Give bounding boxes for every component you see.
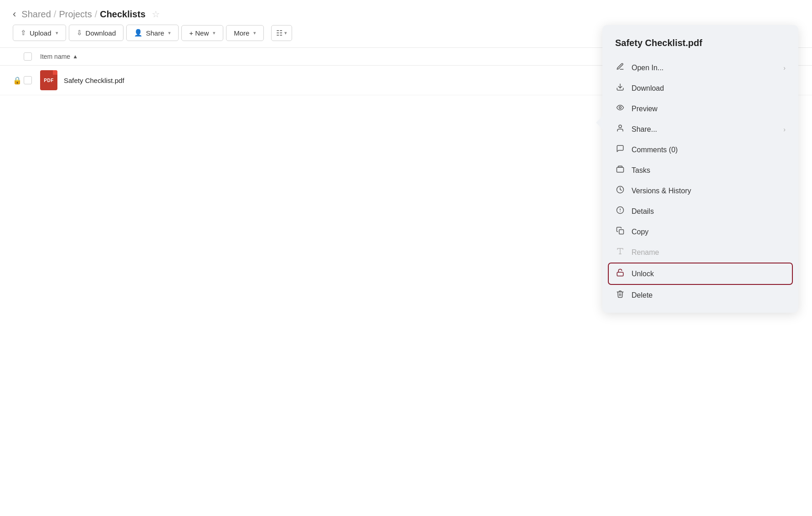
menu-icon-1 [615,83,625,93]
menu-icon-6 [615,186,625,196]
menu-label-11: Delete [632,291,653,299]
chevron-right-icon: › [783,126,786,133]
share-person-icon: 👤 [134,29,143,37]
svg-point-2 [619,125,622,128]
menu-label-3: Share... [632,125,657,134]
context-menu-item-tasks[interactable]: Tasks [602,160,798,181]
more-caret-icon: ▾ [253,30,256,36]
upload-caret-icon: ▾ [56,30,58,36]
menu-icon-10 [615,268,625,279]
breadcrumb-projects[interactable]: Projects [59,9,92,20]
context-panel-callout [596,116,602,129]
new-caret-icon: ▾ [213,30,216,36]
svg-point-1 [619,107,622,109]
context-menu-item-unlock[interactable]: Unlock [609,263,792,284]
context-menu-item-preview[interactable]: Preview [602,98,798,119]
context-menu-item-download[interactable]: Download [602,78,798,98]
lock-icon: 🔒 [13,76,24,85]
menu-icon-8 [615,227,625,237]
context-menu-item-versions--history[interactable]: Versions & History [602,181,798,201]
name-column-header[interactable]: Item name ▲ [40,53,78,60]
menu-label-7: Details [632,207,654,216]
favorite-star-icon[interactable]: ☆ [152,9,160,20]
download-icon: ⇩ [77,29,82,37]
upload-icon: ⇧ [21,29,26,37]
menu-label-4: Comments (0) [632,146,678,154]
context-menu-item-details[interactable]: Details [602,201,798,222]
new-button[interactable]: + New ▾ [181,25,223,41]
context-menu-item-comments-0[interactable]: Comments (0) [602,139,798,160]
menu-icon-3 [615,124,625,134]
more-button[interactable]: More ▾ [226,25,264,41]
view-caret-icon: ▾ [284,30,287,36]
context-menu-item-delete[interactable]: Delete [602,285,798,305]
share-button[interactable]: 👤 Share ▾ [126,25,179,41]
menu-icon-11 [615,290,625,300]
svg-rect-3 [617,167,624,172]
menu-label-9: Rename [632,248,659,257]
menu-icon-4 [615,144,625,155]
menu-label-2: Preview [632,105,658,113]
file-icon: PDF [40,70,64,90]
breadcrumb-sep1: / [54,9,57,20]
menu-label-6: Versions & History [632,187,691,195]
menu-label-10: Unlock [632,270,654,278]
breadcrumb-current: Checklists [100,9,145,20]
upload-button[interactable]: ⇧ Upload ▾ [13,25,66,41]
menu-label-0: Open In... [632,64,663,72]
menu-icon-0 [615,62,625,73]
header: ‹ Shared / Projects / Checklists ☆ [0,0,812,25]
sort-asc-icon: ▲ [72,53,78,60]
context-menu-item-open-in[interactable]: Open In...› [602,57,798,78]
breadcrumb-shared[interactable]: Shared [21,9,51,20]
menu-icon-5 [615,165,625,175]
menu-icon-2 [615,103,625,114]
menu-label-5: Tasks [632,166,650,175]
breadcrumb-sep2: / [95,9,98,20]
svg-rect-11 [617,272,623,276]
context-menu-title: Safety Checklist.pdf [602,38,798,57]
select-all-checkbox[interactable] [24,52,32,61]
menu-label-8: Copy [632,228,648,236]
context-menu-items: Open In...›DownloadPreviewShare...›Comme… [602,57,798,305]
context-menu-item-copy[interactable]: Copy [602,222,798,242]
menu-icon-7 [615,206,625,217]
context-menu-panel: Safety Checklist.pdf Open In...›Download… [602,25,798,313]
breadcrumb: Shared / Projects / Checklists [21,9,145,20]
share-caret-icon: ▾ [168,30,171,36]
download-button[interactable]: ⇩ Download [69,25,124,41]
list-view-icon: ☷ [276,29,283,37]
menu-label-1: Download [632,84,664,93]
file-name[interactable]: Safety Checklist.pdf [64,77,124,84]
view-toggle-button[interactable]: ☷ ▾ [271,25,292,41]
svg-rect-8 [619,230,624,234]
back-button[interactable]: ‹ [13,8,16,20]
context-menu-item-rename: Rename [602,242,798,263]
context-menu-item-share[interactable]: Share...› [602,119,798,139]
file-checkbox[interactable] [24,76,32,84]
chevron-right-icon: › [783,64,786,72]
menu-icon-9 [615,247,625,258]
pdf-icon: PDF [40,70,57,90]
